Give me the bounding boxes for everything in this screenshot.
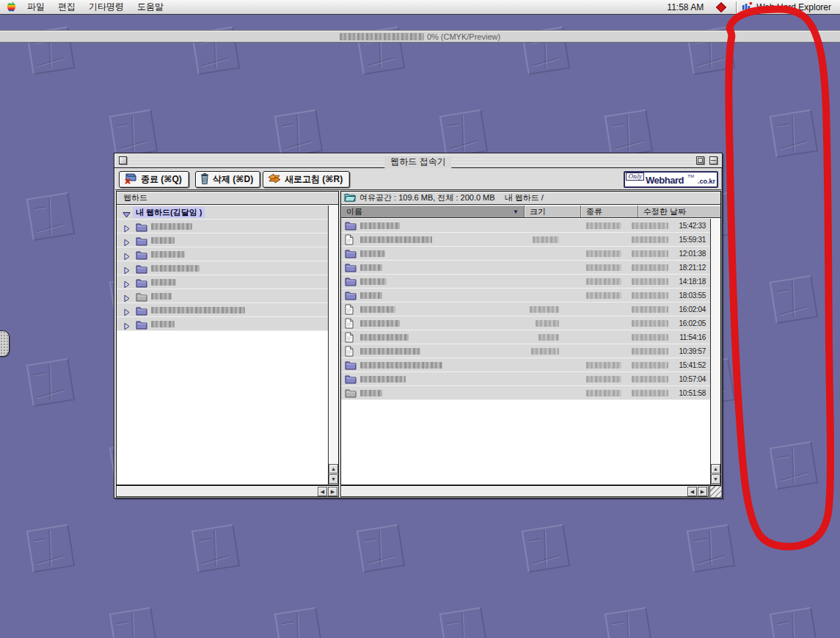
file-row[interactable]: 10:57:04 [341, 372, 710, 386]
scroll-down-button[interactable]: ▼ [711, 474, 720, 484]
tree-horizontal-scrollbar[interactable]: ◀ ▶ [116, 485, 339, 497]
disclosure-right-icon[interactable] [123, 236, 131, 244]
redacted-file-name [360, 264, 382, 271]
refresh-button[interactable]: 새로고침 (⌘R) [263, 171, 350, 188]
redacted-file-name [360, 292, 382, 299]
redacted-folder-name [151, 307, 245, 313]
scroll-right-button[interactable]: ▶ [328, 487, 337, 496]
tree-list: 내 웹하드(김달임 ) [117, 206, 328, 485]
window-resize-grip[interactable] [709, 485, 721, 497]
tree-item[interactable] [117, 275, 328, 289]
column-header-type-label: 종류 [586, 206, 602, 217]
webhard-window: 웹하드 접속기 종료 (⌘Q) [114, 153, 723, 499]
folder-icon [345, 248, 357, 261]
scroll-down-button[interactable]: ▼ [329, 474, 338, 484]
file-row[interactable]: 11:54:16 [341, 330, 710, 344]
redacted-folder-name [151, 279, 176, 286]
redacted-file-type [586, 390, 621, 396]
tree-item[interactable] [117, 220, 328, 233]
menu-item-1[interactable]: 편집 [51, 1, 82, 13]
modified-time: 10:57:04 [670, 375, 706, 383]
file-row[interactable]: 10:39:57 [341, 344, 710, 358]
column-header-name[interactable]: 이름 ▼ [341, 206, 525, 217]
file-horizontal-scrollbar[interactable]: ◀ ▶ [340, 485, 709, 497]
tree-vertical-scrollbar[interactable]: ▲ ▼ [328, 206, 338, 485]
menu-clock[interactable]: 11:58 AM [660, 2, 710, 12]
redacted-file-type [586, 250, 621, 257]
file-row[interactable]: 16:02:05 [341, 316, 710, 330]
zoom-box[interactable] [696, 156, 704, 164]
disclosure-right-icon[interactable] [123, 264, 131, 272]
webhard-logo[interactable]: Only Webhard TM .co.kr [624, 171, 718, 188]
menu-bar: 파일편집기타명령도움말 11:58 AM Web Hard Explorer [0, 0, 840, 15]
menu-item-2[interactable]: 기타명령 [82, 1, 131, 13]
redacted-file-name [360, 348, 420, 355]
scroll-left-button[interactable]: ◀ [687, 487, 697, 496]
redacted-date-part [632, 348, 668, 355]
delete-button[interactable]: 삭제 (⌘D) [195, 171, 260, 188]
scroll-up-button[interactable]: ▲ [711, 464, 720, 474]
column-header-date[interactable]: 수정한 날짜 [638, 206, 720, 217]
collapse-box[interactable] [709, 156, 717, 164]
background-document-titlebar[interactable]: 0% (CMYK/Preview) [0, 30, 840, 43]
file-row[interactable]: 14:18:18 [341, 275, 710, 289]
tree-root-item[interactable]: 내 웹하드(김달임 ) [117, 206, 328, 220]
column-header-type[interactable]: 종류 [581, 206, 638, 217]
app-switcher[interactable]: Web Hard Explorer [742, 1, 840, 13]
tree-panel-header[interactable]: 웹하드 [117, 192, 338, 205]
file-row[interactable]: 18:21:12 [341, 261, 710, 275]
column-header-size[interactable]: 크기 [525, 206, 581, 217]
file-panel: 여유공간 : 109.6 MB, 전체 : 200.0 MB 내 웹하드 / 이… [340, 191, 721, 485]
redacted-file-name [360, 320, 400, 327]
scroll-left-button[interactable]: ◀ [318, 487, 327, 496]
menu-bar-divider [736, 1, 738, 13]
tree-item[interactable] [117, 261, 328, 275]
modified-time: 10:51:58 [670, 389, 706, 397]
disclosure-right-icon[interactable] [123, 222, 131, 231]
macos-face-watermark [26, 358, 75, 407]
redacted-date-part [632, 334, 668, 341]
menu-item-3[interactable]: 도움말 [131, 1, 170, 13]
file-row[interactable]: 10:51:58 [341, 386, 710, 400]
close-box[interactable] [119, 156, 127, 164]
tree-item[interactable] [117, 233, 328, 247]
delete-label: 삭제 (⌘D) [213, 173, 253, 186]
folder-icon [136, 319, 147, 333]
disclosure-right-icon[interactable] [123, 250, 131, 258]
apple-menu-icon[interactable] [7, 1, 16, 12]
file-row[interactable]: 15:41:52 [341, 358, 710, 372]
disclosure-right-icon[interactable] [123, 292, 131, 300]
disclosure-right-icon[interactable] [123, 320, 131, 328]
file-row[interactable]: 15:59:31 [341, 233, 710, 247]
scroll-up-button[interactable]: ▲ [329, 464, 338, 474]
macos-face-watermark [770, 441, 818, 490]
menu-item-0[interactable]: 파일 [21, 1, 51, 13]
folder-icon [345, 360, 357, 373]
modified-time: 12:01:38 [670, 250, 706, 258]
sort-direction-icon[interactable]: ▼ [513, 209, 519, 215]
file-row[interactable]: 12:01:38 [341, 247, 710, 261]
application-menu-diamond-icon[interactable] [716, 1, 726, 12]
disclosure-down-icon[interactable] [123, 209, 131, 217]
file-row[interactable]: 16:02:04 [341, 302, 710, 316]
tree-item[interactable] [117, 303, 328, 317]
disclosure-right-icon[interactable] [123, 306, 131, 314]
redacted-date-part [632, 390, 668, 396]
scroll-right-button[interactable]: ▶ [698, 487, 707, 496]
window-titlebar[interactable]: 웹하드 접속기 [114, 153, 722, 168]
webhard-app-icon [742, 1, 753, 13]
redacted-date-part [632, 264, 668, 271]
folder-icon [345, 276, 357, 289]
macos-face-watermark [439, 607, 488, 638]
popup-window-edge-tab[interactable] [0, 330, 10, 357]
file-row[interactable]: 18:03:55 [341, 289, 710, 302]
disclosure-right-icon[interactable] [123, 278, 131, 286]
logo-brand-text: Webhard [646, 175, 684, 186]
macos-face-watermark [357, 524, 405, 573]
file-row[interactable]: 15:42:33 [341, 219, 710, 233]
tree-item[interactable] [117, 247, 328, 261]
tree-item[interactable] [117, 317, 328, 331]
tree-item[interactable] [117, 289, 328, 303]
file-vertical-scrollbar[interactable]: ▲ ▼ [710, 219, 720, 485]
quit-button[interactable]: 종료 (⌘Q) [119, 171, 189, 188]
